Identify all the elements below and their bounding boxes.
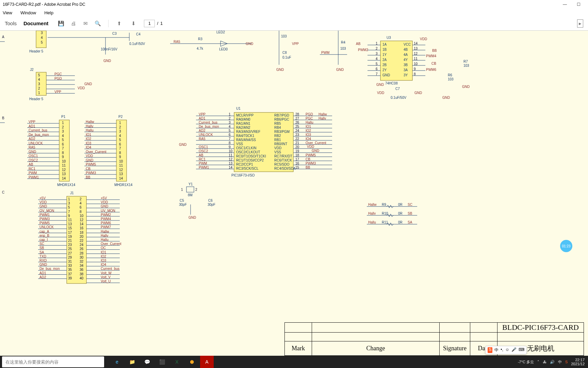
- tools-tab[interactable]: Tools: [5, 20, 17, 26]
- svg-text:2: 2: [62, 125, 64, 129]
- app-app1[interactable]: ⬢: [185, 356, 199, 368]
- svg-text:AD2: AD2: [39, 275, 46, 279]
- svg-text:103: 103: [448, 77, 454, 81]
- svg-text:4.7k: 4.7k: [197, 47, 203, 50]
- svg-text:1: 1: [68, 197, 70, 201]
- svg-text:C8: C8: [282, 51, 287, 55]
- svg-text:12: 12: [119, 168, 123, 172]
- menu-window[interactable]: Window: [19, 10, 37, 15]
- svg-text:9: 9: [62, 155, 64, 159]
- page-input[interactable]: [144, 20, 155, 27]
- email-icon[interactable]: ✉: [82, 20, 89, 27]
- svg-text:VCC: VCC: [404, 43, 411, 46]
- menu-view[interactable]: View: [1, 10, 14, 15]
- svg-text:IO4: IO4: [306, 137, 311, 141]
- svg-text:AD2: AD2: [199, 129, 206, 133]
- svg-text:VPP: VPP: [29, 120, 35, 124]
- svg-text:IO3: IO3: [306, 133, 311, 137]
- svg-text:PWM: PWM: [29, 171, 37, 175]
- svg-text:R9: R9: [382, 203, 386, 206]
- save-icon[interactable]: 💾: [57, 20, 65, 27]
- svg-text:enp_B: enp_B: [39, 234, 49, 237]
- tray-ime[interactable]: 中: [558, 359, 562, 365]
- svg-text:23: 23: [295, 133, 299, 137]
- print-icon[interactable]: 🖨: [69, 20, 77, 27]
- svg-text:Over_Current: Over_Current: [306, 141, 326, 145]
- search-icon[interactable]: 🔍: [94, 20, 101, 27]
- svg-text:R6: R6: [448, 73, 452, 77]
- svg-text:Hallv: Hallv: [318, 117, 326, 120]
- tray-clock[interactable]: 22:172021/12: [571, 358, 585, 366]
- search-input[interactable]: [2, 356, 104, 367]
- svg-text:3B: 3B: [404, 63, 408, 67]
- app-excel[interactable]: X: [170, 356, 184, 368]
- svg-text:OC: OC: [101, 246, 106, 250]
- document-tab[interactable]: Document: [23, 20, 48, 26]
- app-explorer[interactable]: 📁: [125, 356, 139, 368]
- page-down-icon[interactable]: ⬇: [130, 20, 137, 27]
- ime-toolbar[interactable]: S 中•,☺🎤⌨: [485, 346, 527, 354]
- svg-text:18: 18: [80, 231, 84, 234]
- svg-text:AB: AB: [356, 42, 361, 46]
- svg-text:12: 12: [229, 157, 233, 161]
- svg-text:PWM6: PWM6: [426, 68, 436, 72]
- svg-text:14: 14: [414, 42, 418, 45]
- svg-text:RA3/AN3/VREF: RA3/AN3/VREF: [236, 130, 260, 134]
- svg-text:GND: GND: [29, 150, 36, 154]
- svg-text:14: 14: [62, 177, 66, 180]
- svg-text:Header 5: Header 5: [29, 49, 44, 53]
- svg-text:SB: SB: [39, 246, 44, 250]
- svg-text:SC: SC: [408, 203, 412, 206]
- schematic-canvas: A B C 3 4 5 Header 5 C3 100nF/16V GND C4…: [0, 31, 476, 293]
- svg-text:0.1uF/50V: 0.1uF/50V: [129, 42, 145, 46]
- svg-text:25: 25: [68, 247, 72, 251]
- svg-text:VPP: VPP: [54, 90, 61, 94]
- svg-rect-388: [186, 187, 194, 192]
- svg-text:0R: 0R: [398, 212, 403, 215]
- svg-text:30: 30: [80, 256, 84, 259]
- svg-text:17: 17: [68, 231, 72, 234]
- svg-text:AD1: AD1: [39, 271, 46, 275]
- svg-text:Hallv: Hallv: [86, 124, 93, 128]
- svg-text:12: 12: [80, 218, 84, 222]
- svg-text:P2: P2: [118, 115, 123, 119]
- svg-text:2B: 2B: [382, 63, 387, 67]
- svg-text:PWM1: PWM1: [29, 175, 39, 179]
- svg-text:3: 3: [38, 82, 40, 86]
- tray-network-icon[interactable]: 🖧: [543, 360, 546, 364]
- tray-volume-icon[interactable]: 🔊: [550, 360, 555, 364]
- app-acrobat[interactable]: A: [200, 356, 214, 368]
- svg-text:RA4/T0CK1: RA4/T0CK1: [236, 134, 255, 138]
- app-edge[interactable]: e: [110, 356, 124, 368]
- svg-text:IO4: IO4: [86, 145, 92, 149]
- schematic-title: BLDC-PIC16F73-CARD: [497, 323, 584, 332]
- svg-text:GND: GND: [276, 68, 284, 72]
- svg-text:4: 4: [62, 134, 64, 138]
- app-wechat[interactable]: 💬: [140, 356, 154, 368]
- title-bar: 16F73-CARD-R2.pdf - Adobe Acrobat Pro DC…: [0, 0, 588, 9]
- tray-weather[interactable]: -7°C 多云: [518, 359, 534, 365]
- collapse-icon[interactable]: ▸: [577, 19, 583, 28]
- svg-text:A: A: [2, 35, 4, 39]
- document-view[interactable]: A B C 3 4 5 Header 5 C3 100nF/16V GND C4…: [0, 31, 588, 356]
- svg-text:SC: SC: [39, 242, 44, 246]
- svg-text:OSC1: OSC1: [29, 154, 38, 158]
- svg-text:RA5: RA5: [174, 40, 180, 44]
- svg-text:GND: GND: [414, 91, 422, 95]
- svg-text:RC6/TX/CK: RC6/TX/CK: [274, 158, 292, 162]
- svg-text:5: 5: [376, 62, 378, 66]
- minimize-button[interactable]: ―: [558, 2, 572, 7]
- svg-text:SB: SB: [408, 212, 412, 215]
- tray-sogou-icon[interactable]: S: [565, 360, 568, 364]
- tray-chevron-icon[interactable]: ˄: [537, 360, 539, 364]
- app-obs[interactable]: ⬛: [155, 356, 169, 368]
- maximize-button[interactable]: ☐: [572, 2, 585, 7]
- menu-help[interactable]: Help: [43, 10, 55, 15]
- page-up-icon[interactable]: ⬆: [115, 20, 123, 27]
- svg-text:RB0/INT: RB0/INT: [274, 142, 287, 146]
- svg-text:AD1: AD1: [29, 124, 35, 128]
- svg-text:BB: BB: [86, 175, 91, 179]
- svg-text:37: 37: [68, 272, 72, 276]
- svg-text:Hallu: Hallu: [306, 121, 313, 124]
- timer-badge: 01:23: [560, 240, 572, 252]
